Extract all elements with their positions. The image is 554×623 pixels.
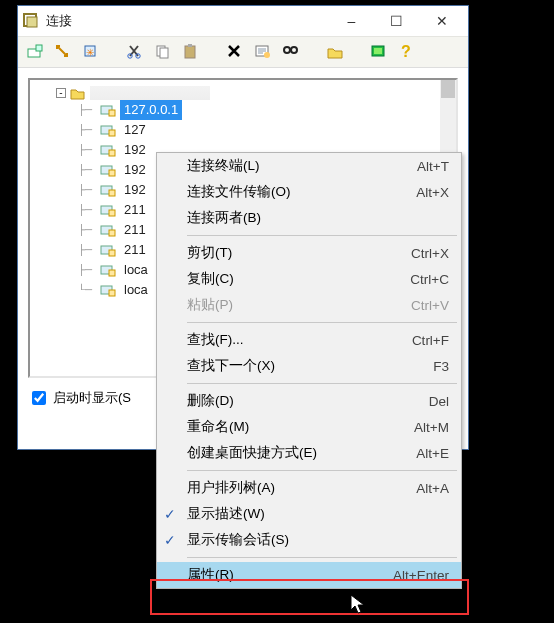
svg-point-15 [291, 47, 297, 53]
menu-item[interactable]: ✓ 显示传输会话(S) [157, 527, 461, 553]
svg-rect-24 [109, 150, 115, 156]
show-on-start-input[interactable] [32, 391, 46, 405]
new-icon[interactable]: ✳ [80, 41, 102, 63]
options-icon[interactable] [368, 41, 390, 63]
tree-line: ├─ [78, 140, 96, 160]
menu-item[interactable]: 创建桌面快捷方式(E) Alt+E [157, 440, 461, 466]
minus-icon: - [56, 88, 66, 98]
tree-line: ├─ [78, 200, 96, 220]
menu-item-shortcut: Alt+M [414, 420, 449, 435]
menu-item-shortcut: Ctrl+X [411, 246, 449, 261]
svg-rect-30 [109, 210, 115, 216]
properties-icon[interactable] [252, 41, 274, 63]
tree-line: ├─ [78, 180, 96, 200]
svg-rect-10 [185, 46, 195, 58]
menu-item[interactable]: 用户排列树(A) Alt+A [157, 475, 461, 501]
minimize-button[interactable]: – [329, 7, 374, 35]
menu-item-label: 重命名(M) [183, 418, 414, 436]
tree-line: └─ [78, 280, 96, 300]
tree-line: ├─ [78, 160, 96, 180]
menu-item-shortcut: Ctrl+F [412, 333, 449, 348]
svg-rect-9 [160, 48, 168, 58]
session-label: 192 [120, 140, 150, 160]
menu-item-label: 删除(D) [183, 392, 429, 410]
session-icon [100, 203, 116, 217]
svg-point-14 [284, 47, 290, 53]
folder-icon [70, 86, 86, 100]
paste-icon[interactable] [180, 41, 202, 63]
menu-item[interactable]: 连接终端(L) Alt+T [157, 153, 461, 179]
menu-item-label: 创建桌面快捷方式(E) [183, 444, 416, 462]
maximize-button[interactable]: ☐ [374, 7, 419, 35]
svg-rect-11 [188, 44, 192, 47]
session-icon [100, 283, 116, 297]
menu-item[interactable]: ✓ 显示描述(W) [157, 501, 461, 527]
svg-rect-17 [374, 48, 382, 54]
menu-item: 粘贴(P) Ctrl+V [157, 292, 461, 318]
svg-rect-36 [109, 270, 115, 276]
svg-rect-1 [27, 17, 37, 27]
cursor-icon [350, 594, 368, 616]
menu-item-label: 查找(F)... [183, 331, 412, 349]
menu-item[interactable]: 复制(C) Ctrl+C [157, 266, 461, 292]
menu-item[interactable]: 连接文件传输(O) Alt+X [157, 179, 461, 205]
tree-line: ├─ [78, 240, 96, 260]
session-label: 192 [120, 160, 150, 180]
help-icon[interactable]: ? [396, 41, 418, 63]
menu-item-shortcut: Del [429, 394, 449, 409]
menu-item-shortcut: Alt+X [416, 185, 449, 200]
menu-item-shortcut: Alt+T [417, 159, 449, 174]
app-icon [22, 12, 40, 30]
menu-item[interactable]: 连接两者(B) [157, 205, 461, 231]
session-label: loca [120, 260, 152, 280]
menu-item-label: 复制(C) [183, 270, 410, 288]
session-node[interactable]: ├─ 127.0.0.1 [78, 100, 452, 120]
quick-connect-icon[interactable] [52, 41, 74, 63]
session-icon [100, 143, 116, 157]
show-on-start-label: 启动时显示(S [53, 389, 131, 407]
svg-text:?: ? [401, 43, 411, 60]
menu-separator [187, 470, 457, 471]
menu-item-label: 属性(R) [183, 566, 393, 584]
context-menu: 连接终端(L) Alt+T 连接文件传输(O) Alt+X 连接两者(B) 剪切… [156, 152, 462, 589]
menu-item[interactable]: 剪切(T) Ctrl+X [157, 240, 461, 266]
menu-item[interactable]: 删除(D) Del [157, 388, 461, 414]
svg-rect-38 [109, 290, 115, 296]
menu-item[interactable]: 查找(F)... Ctrl+F [157, 327, 461, 353]
delete-icon[interactable] [224, 41, 246, 63]
check-icon: ✓ [157, 532, 183, 548]
cut-icon[interactable] [124, 41, 146, 63]
tree-line: ├─ [78, 100, 96, 120]
session-label: 211 [120, 240, 150, 260]
session-icon [100, 263, 116, 277]
find-icon[interactable] [280, 41, 302, 63]
svg-rect-34 [109, 250, 115, 256]
toolbar: ✳ ? [18, 36, 468, 68]
copy-icon[interactable] [152, 41, 174, 63]
session-icon [100, 103, 116, 117]
session-label: loca [120, 280, 152, 300]
menu-item-label: 连接两者(B) [183, 209, 449, 227]
close-button[interactable]: ✕ [419, 7, 464, 35]
menu-item[interactable]: 属性(R) Alt+Enter [157, 562, 461, 588]
menu-item-shortcut: Alt+Enter [393, 568, 449, 583]
menu-item-shortcut: Ctrl+C [410, 272, 449, 287]
menu-separator [187, 557, 457, 558]
session-label: 127 [120, 120, 150, 140]
new-session-icon[interactable] [24, 41, 46, 63]
session-label: 211 [120, 220, 150, 240]
menu-separator [187, 383, 457, 384]
open-folder-icon[interactable] [324, 41, 346, 63]
menu-item-shortcut: Alt+E [416, 446, 449, 461]
titlebar[interactable]: 连接 – ☐ ✕ [18, 6, 468, 36]
menu-item-label: 用户排列树(A) [183, 479, 416, 497]
menu-item[interactable]: 查找下一个(X) F3 [157, 353, 461, 379]
menu-separator [187, 235, 457, 236]
menu-separator [187, 322, 457, 323]
session-icon [100, 223, 116, 237]
svg-rect-32 [109, 230, 115, 236]
tree-root[interactable]: - [44, 86, 452, 100]
session-node[interactable]: ├─ 127 [78, 120, 452, 140]
menu-item-label: 粘贴(P) [183, 296, 411, 314]
menu-item[interactable]: 重命名(M) Alt+M [157, 414, 461, 440]
